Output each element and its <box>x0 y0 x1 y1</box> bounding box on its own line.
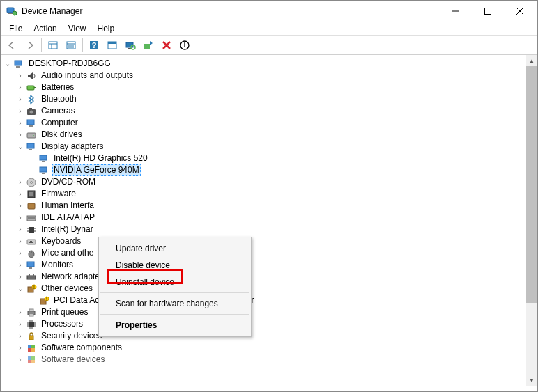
svg-rect-65 <box>33 274 34 276</box>
collapse-icon[interactable]: ⌄ <box>3 58 12 70</box>
expand-icon[interactable]: › <box>16 212 24 224</box>
back-button[interactable] <box>3 37 20 54</box>
expand-icon[interactable]: › <box>16 224 24 235</box>
uninstall-button[interactable] <box>158 37 175 54</box>
svg-rect-43 <box>29 192 33 196</box>
expand-icon[interactable]: › <box>16 200 24 212</box>
expand-icon[interactable]: › <box>16 117 24 129</box>
properties-button[interactable] <box>63 37 79 54</box>
tree-device[interactable]: Intel(R) HD Graphics 520 <box>1 152 526 164</box>
collapse-icon[interactable]: ⌄ <box>16 283 24 295</box>
menu-help[interactable]: Help <box>92 22 121 35</box>
tree-category[interactable]: ›Batteries <box>1 81 526 93</box>
tree-category[interactable]: ⌄!Other devices <box>1 283 526 295</box>
menu-action[interactable]: Action <box>28 22 62 35</box>
collapse-icon[interactable]: ⌄ <box>16 141 24 152</box>
tree-category[interactable]: ›Keyboards <box>1 235 526 247</box>
tree-category[interactable]: ›Cameras <box>1 105 526 117</box>
svg-rect-61 <box>27 262 34 267</box>
tree-category[interactable]: ›Software components <box>1 342 526 354</box>
forward-button[interactable] <box>22 37 38 54</box>
scrollbar-thumb[interactable] <box>526 66 537 303</box>
ctx-scan-hardware[interactable]: Scan for hardware changes <box>99 295 251 312</box>
ctx-uninstall-device[interactable]: Uninstall device <box>99 274 251 290</box>
svg-rect-25 <box>27 86 34 90</box>
ctx-update-driver[interactable]: Update driver <box>99 240 251 257</box>
expand-icon[interactable]: › <box>16 342 24 354</box>
tree-category[interactable]: ›Intel(R) Dynar <box>1 224 526 235</box>
minimize-button[interactable] <box>440 1 472 22</box>
scroll-up-button[interactable]: ▲ <box>526 55 537 66</box>
expand-icon[interactable]: › <box>16 105 24 117</box>
svg-rect-1 <box>8 13 13 14</box>
tree-category[interactable]: ›Audio inputs and outputs <box>1 70 526 81</box>
tree-category[interactable]: ›Security devices <box>1 330 526 342</box>
network-icon <box>26 272 37 283</box>
expand-icon[interactable]: › <box>16 176 24 188</box>
expand-icon[interactable]: › <box>16 306 24 318</box>
expand-icon[interactable]: › <box>16 354 24 366</box>
vertical-scrollbar[interactable]: ▲ ▼ <box>526 55 537 386</box>
tree-category[interactable]: ⌄Display adapters <box>1 141 526 152</box>
tree-device[interactable]: !PCI Data Acquisition and Signal Process… <box>1 295 526 306</box>
expand-icon[interactable]: › <box>16 188 24 200</box>
expand-icon[interactable]: › <box>16 247 24 259</box>
help-button[interactable]: ? <box>86 37 102 54</box>
tree-category[interactable]: ›IDE ATA/ATAP <box>1 212 526 224</box>
menu-view[interactable]: View <box>63 22 92 35</box>
maximize-button[interactable] <box>472 1 504 22</box>
computer-icon <box>26 118 37 129</box>
expand-icon[interactable]: › <box>16 318 24 330</box>
svg-text:!: ! <box>46 297 47 301</box>
scroll-down-button[interactable]: ▼ <box>526 375 537 386</box>
ctx-disable-device[interactable]: Disable device <box>99 257 251 274</box>
svg-rect-53 <box>27 240 36 244</box>
close-button[interactable] <box>504 1 536 22</box>
tree-category[interactable]: ›Computer <box>1 117 526 129</box>
ctx-properties[interactable]: Properties <box>99 317 251 334</box>
bluetooth-icon <box>26 94 37 105</box>
tree-category[interactable]: ›Network adapters <box>1 271 526 283</box>
disable-button[interactable] <box>176 37 193 54</box>
tree-category[interactable]: ›Mice and othe <box>1 247 526 259</box>
svg-rect-26 <box>34 87 36 88</box>
svg-rect-91 <box>28 348 31 352</box>
tree-category[interactable]: ›Print queues <box>1 306 526 318</box>
action-button[interactable] <box>104 37 121 54</box>
expand-icon[interactable]: › <box>16 70 24 81</box>
tree-label: Display adapters <box>40 141 105 152</box>
tree-category[interactable]: ›DVD/CD-ROM <box>1 176 526 188</box>
window-title: Device Manager <box>22 6 440 16</box>
expand-icon[interactable]: › <box>16 259 24 271</box>
expand-icon[interactable]: › <box>16 271 24 283</box>
tree-category[interactable]: ›Bluetooth <box>1 93 526 105</box>
svg-rect-39 <box>42 173 45 174</box>
tree-device-selected[interactable]: NVIDIA GeForce 940M <box>1 164 526 176</box>
device-tree[interactable]: ⌄ DESKTOP-RDJB6GG ›Audio inputs and outp… <box>1 55 526 386</box>
svg-rect-55 <box>30 241 31 242</box>
update-driver-button[interactable] <box>140 37 157 54</box>
menu-file[interactable]: File <box>3 22 28 35</box>
tree-category[interactable]: ›Firmware <box>1 188 526 200</box>
tree-category[interactable]: ›Disk drives <box>1 129 526 141</box>
tree-label: IDE ATA/ATAP <box>40 212 96 224</box>
expand-icon[interactable]: › <box>16 330 24 342</box>
chip-icon <box>26 224 37 235</box>
titlebar: Device Manager <box>1 1 537 22</box>
expand-icon[interactable]: › <box>16 129 24 141</box>
show-hide-console-button[interactable] <box>45 37 61 54</box>
tree-root[interactable]: ⌄ DESKTOP-RDJB6GG <box>1 58 526 70</box>
scan-hardware-button[interactable] <box>122 37 139 54</box>
svg-rect-96 <box>31 360 35 363</box>
expand-icon[interactable]: › <box>16 235 24 247</box>
expand-icon[interactable]: › <box>16 93 24 105</box>
expand-icon[interactable]: › <box>16 81 24 93</box>
ctx-separator <box>100 292 249 293</box>
tree-category[interactable]: ›Software devices <box>1 354 526 366</box>
tree-category[interactable]: ›Human Interfa <box>1 200 526 212</box>
svg-rect-63 <box>27 276 36 279</box>
tree-category[interactable]: ›Monitors <box>1 259 526 271</box>
svg-rect-29 <box>29 108 32 109</box>
tree-category[interactable]: ›Processors <box>1 318 526 330</box>
svg-point-2 <box>13 11 17 15</box>
